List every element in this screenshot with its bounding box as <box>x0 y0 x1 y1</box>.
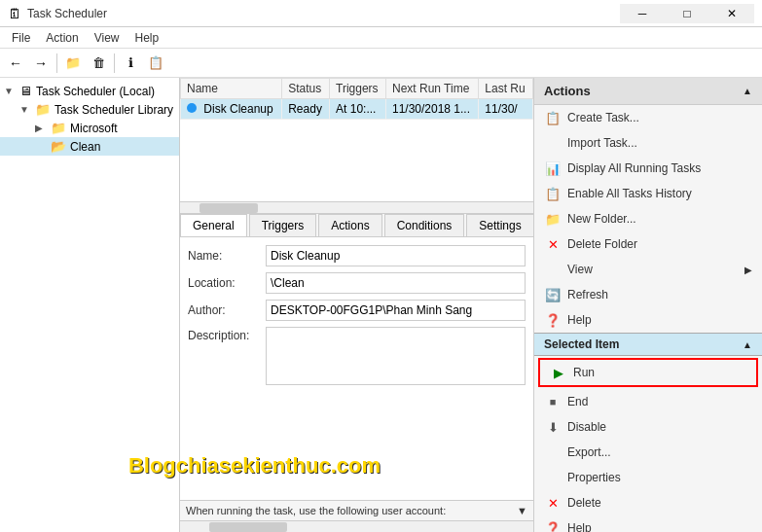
action-delete[interactable]: ✕ Delete <box>534 490 762 515</box>
help-selected-icon: ❓ <box>544 519 562 532</box>
description-textarea[interactable] <box>266 327 526 385</box>
menu-bar: File Action View Help <box>0 27 762 49</box>
action-refresh[interactable]: 🔄 Refresh <box>534 282 762 307</box>
toolbar-btn3[interactable]: ℹ <box>119 52 142 75</box>
help-main-icon: ❓ <box>544 311 562 329</box>
submenu-arrow-icon: ▶ <box>744 265 752 275</box>
end-icon: ■ <box>544 393 562 410</box>
description-label: Description: <box>188 327 266 342</box>
right-pane: Actions ▲ 📋 Create Task... Import Task..… <box>533 78 762 532</box>
tree-root-label: Task Scheduler (Local) <box>36 85 155 98</box>
disable-icon: ⬇ <box>544 418 562 436</box>
action-new-folder[interactable]: 📁 New Folder... <box>534 206 762 231</box>
tree-microsoft-label: Microsoft <box>70 122 118 135</box>
action-disable[interactable]: ⬇ Disable <box>534 414 762 440</box>
action-export[interactable]: Export... <box>534 440 762 465</box>
microsoft-icon: 📁 <box>51 121 66 135</box>
delete-folder-icon: ✕ <box>544 235 562 253</box>
author-input[interactable] <box>266 300 526 321</box>
task-next-run: 11/30/2018 1... <box>385 99 478 120</box>
app-icon: 🗓 <box>8 6 21 21</box>
tab-conditions[interactable]: Conditions <box>384 214 465 236</box>
task-status: Ready <box>282 99 330 120</box>
left-pane: ▼ 🖥 Task Scheduler (Local) ▼ 📁 Task Sche… <box>0 78 180 532</box>
tree-clean[interactable]: 📂 Clean <box>0 137 179 156</box>
monitor-icon: 🖥 <box>19 84 32 98</box>
tab-actions[interactable]: Actions <box>318 214 381 236</box>
selected-item-chevron-icon: ▲ <box>743 339 752 350</box>
title-bar-controls: ─ □ ✕ <box>620 4 754 23</box>
header-chevron-icon: ▲ <box>743 86 752 96</box>
name-label: Name: <box>188 249 266 263</box>
action-properties[interactable]: Properties <box>534 465 762 490</box>
action-display-running[interactable]: 📊 Display All Running Tasks <box>534 156 762 181</box>
task-triggers: At 10:... <box>330 99 386 120</box>
actions-header: Actions ▲ <box>534 78 762 105</box>
action-view[interactable]: View ▶ <box>534 257 762 282</box>
action-run[interactable]: ▶ Run <box>538 358 758 387</box>
name-input[interactable] <box>266 245 526 266</box>
tabs-bar: General Triggers Actions Conditions Sett… <box>180 214 533 237</box>
selected-item-header[interactable]: Selected Item ▲ <box>534 333 762 356</box>
run-icon: ▶ <box>550 364 567 381</box>
maximize-button[interactable]: □ <box>665 4 709 23</box>
refresh-icon: 🔄 <box>544 286 562 303</box>
close-button[interactable]: ✕ <box>709 4 754 23</box>
action-help-selected[interactable]: ❓ Help <box>534 515 762 532</box>
col-next-run: Next Run Time <box>385 79 478 99</box>
location-label: Location: <box>188 276 266 290</box>
export-icon <box>544 443 562 461</box>
new-folder-icon: 📁 <box>544 210 562 228</box>
toolbar: ← → 📁 🗑 ℹ 📋 <box>0 49 762 78</box>
col-name: Name <box>181 79 282 99</box>
toolbar-btn2[interactable]: 🗑 <box>87 52 110 75</box>
tab-general[interactable]: General <box>180 214 247 236</box>
action-enable-history[interactable]: 📋 Enable All Tasks History <box>534 181 762 206</box>
tab-settings[interactable]: Settings <box>466 214 533 236</box>
table-row[interactable]: Disk Cleanup Ready At 10:... 11/30/2018 … <box>181 99 533 120</box>
view-icon <box>544 261 562 278</box>
enable-history-icon: 📋 <box>544 185 562 202</box>
col-last-run: Last Ru <box>479 79 533 99</box>
middle-pane: Name Status Triggers Next Run Time Last … <box>180 78 533 532</box>
action-create-task[interactable]: 📋 Create Task... <box>534 105 762 130</box>
author-label: Author: <box>188 303 266 317</box>
footer-text: When running the task, use the following… <box>186 505 446 516</box>
menu-view[interactable]: View <box>87 29 127 46</box>
library-icon: 📁 <box>35 102 51 117</box>
task-name: Disk Cleanup <box>181 99 282 120</box>
col-status: Status <box>282 79 330 99</box>
action-delete-folder[interactable]: ✕ Delete Folder <box>534 231 762 257</box>
menu-file[interactable]: File <box>4 29 38 46</box>
location-input[interactable] <box>266 272 526 294</box>
toolbar-btn4[interactable]: 📋 <box>144 52 167 75</box>
minimize-button[interactable]: ─ <box>620 4 665 23</box>
properties-icon <box>544 469 562 486</box>
tasks-table: Name Status Triggers Next Run Time Last … <box>180 78 533 120</box>
tree-library-label: Task Scheduler Library <box>54 103 173 117</box>
title-bar-text: Task Scheduler <box>27 7 620 20</box>
footer-arrow: ▼ <box>517 505 527 516</box>
toolbar-back[interactable]: ← <box>4 52 27 75</box>
details-footer: When running the task, use the following… <box>180 500 533 520</box>
action-end[interactable]: ■ End <box>534 389 762 414</box>
action-import-task[interactable]: Import Task... <box>534 130 762 156</box>
tree-microsoft[interactable]: ▶ 📁 Microsoft <box>0 119 179 137</box>
tab-triggers[interactable]: Triggers <box>249 214 317 236</box>
action-help-main[interactable]: ❓ Help <box>534 307 762 333</box>
col-triggers: Triggers <box>330 79 386 99</box>
tree-root[interactable]: ▼ 🖥 Task Scheduler (Local) <box>0 82 179 100</box>
import-task-icon <box>544 134 562 152</box>
menu-help[interactable]: Help <box>127 29 167 46</box>
clean-icon: 📂 <box>51 139 66 154</box>
details-content: Name: Location: Author: Description: <box>180 237 533 500</box>
tree-library[interactable]: ▼ 📁 Task Scheduler Library <box>0 100 179 119</box>
task-last-run: 11/30/ <box>479 99 533 120</box>
status-indicator <box>187 103 197 113</box>
menu-action[interactable]: Action <box>38 29 86 46</box>
display-running-icon: 📊 <box>544 160 562 177</box>
toolbar-btn1[interactable]: 📁 <box>61 52 85 75</box>
delete-icon: ✕ <box>544 494 562 512</box>
toolbar-forward[interactable]: → <box>29 52 53 75</box>
create-task-icon: 📋 <box>544 109 562 126</box>
